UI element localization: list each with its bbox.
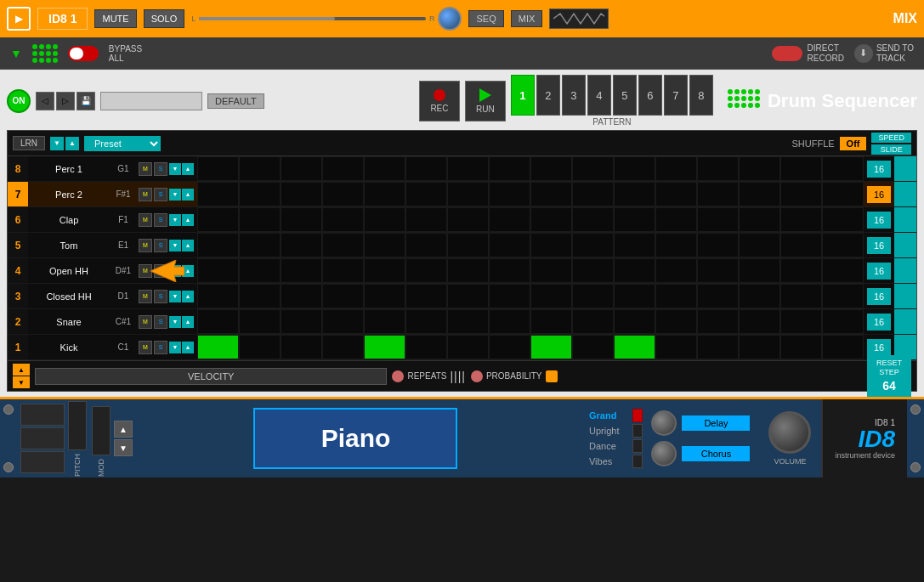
sound-dance[interactable]: Dance xyxy=(582,439,626,453)
mute-button[interactable]: MUTE xyxy=(94,9,136,28)
cell-2-8[interactable] xyxy=(530,309,572,334)
cell-8-4[interactable] xyxy=(364,156,405,181)
cell-4-8[interactable] xyxy=(530,258,572,283)
cell-8-8[interactable] xyxy=(530,156,572,181)
cell-6-9[interactable] xyxy=(572,207,614,232)
cell-7-8[interactable] xyxy=(530,182,572,206)
cell-4-10[interactable] xyxy=(614,258,655,283)
step-num-6[interactable]: 16 xyxy=(867,212,891,229)
cell-5-13[interactable] xyxy=(739,233,780,257)
pan-knob[interactable] xyxy=(438,7,462,31)
cell-7-4[interactable] xyxy=(364,182,405,206)
cell-6-6[interactable] xyxy=(447,207,489,232)
send-to-track-btn[interactable]: ⬇ SEND TO TRACK xyxy=(854,43,914,64)
solo-btn-1[interactable]: S xyxy=(154,341,167,354)
cell-1-8[interactable] xyxy=(530,335,572,359)
track-down-2[interactable]: ▼ xyxy=(169,316,181,328)
cell-3-0[interactable] xyxy=(197,284,239,308)
cell-7-5[interactable] xyxy=(405,182,447,206)
cell-8-1[interactable] xyxy=(239,156,281,181)
cell-5-4[interactable] xyxy=(364,233,405,257)
pattern-btn-3[interactable]: 3 xyxy=(562,75,586,116)
track-down-7[interactable]: ▼ xyxy=(169,189,181,201)
cell-6-12[interactable] xyxy=(697,207,739,232)
reset-step-btn[interactable]: RESET STEP 64 xyxy=(867,355,911,398)
cell-6-8[interactable] xyxy=(530,207,572,232)
cell-2-1[interactable] xyxy=(239,309,281,334)
cell-6-2[interactable] xyxy=(281,207,322,232)
cell-8-5[interactable] xyxy=(405,156,447,181)
cell-2-7[interactable] xyxy=(489,309,530,334)
cell-7-0[interactable] xyxy=(197,182,239,206)
mix-tab[interactable]: MIX xyxy=(511,10,543,27)
cell-8-14[interactable] xyxy=(780,156,822,181)
preset-dropdown[interactable]: Preset xyxy=(84,136,161,151)
cell-4-5[interactable] xyxy=(405,258,447,283)
cell-2-6[interactable] xyxy=(447,309,489,334)
cell-6-15[interactable] xyxy=(822,207,864,232)
cell-8-13[interactable] xyxy=(739,156,780,181)
cell-3-10[interactable] xyxy=(614,284,655,308)
cell-4-2[interactable] xyxy=(281,258,322,283)
cell-6-4[interactable] xyxy=(364,207,405,232)
cell-1-11[interactable] xyxy=(655,335,697,359)
volume-knob[interactable] xyxy=(768,411,811,454)
cell-8-10[interactable] xyxy=(614,156,655,181)
cell-5-2[interactable] xyxy=(281,233,322,257)
cell-3-8[interactable] xyxy=(530,284,572,308)
run-button[interactable]: RUN xyxy=(465,81,506,121)
vel-up-btn[interactable]: ▲ xyxy=(13,364,30,376)
plugin-collapse-btn[interactable]: ▼ xyxy=(10,47,22,60)
step-num-8[interactable]: 16 xyxy=(867,161,891,178)
track-down-1[interactable]: ▼ xyxy=(169,342,181,353)
cell-3-13[interactable] xyxy=(739,284,780,308)
cell-2-13[interactable] xyxy=(739,309,780,334)
cell-1-7[interactable] xyxy=(489,335,530,359)
track-up-2[interactable]: ▲ xyxy=(182,316,194,328)
cell-2-10[interactable] xyxy=(614,309,655,334)
icon-btn-1[interactable]: ◁ xyxy=(36,92,54,110)
track-up-7[interactable]: ▲ xyxy=(182,189,194,201)
pad-3[interactable] xyxy=(20,451,65,473)
cell-7-7[interactable] xyxy=(489,182,530,206)
track-down-6[interactable]: ▼ xyxy=(169,214,181,226)
cell-4-9[interactable] xyxy=(572,258,614,283)
solo-btn-5[interactable]: S xyxy=(154,239,167,252)
cell-4-0[interactable] xyxy=(197,258,239,283)
pattern-btn-8[interactable]: 8 xyxy=(689,75,713,116)
cell-6-7[interactable] xyxy=(489,207,530,232)
track-up-6[interactable]: ▲ xyxy=(182,214,194,226)
cell-1-9[interactable] xyxy=(572,335,614,359)
cell-3-11[interactable] xyxy=(655,284,697,308)
cell-4-13[interactable] xyxy=(739,258,780,283)
cell-3-12[interactable] xyxy=(697,284,739,308)
cell-5-9[interactable] xyxy=(572,233,614,257)
bypass-toggle[interactable] xyxy=(68,46,99,61)
nav-up-btn[interactable]: ▲ xyxy=(65,137,79,150)
cell-2-14[interactable] xyxy=(780,309,822,334)
cell-1-10[interactable] xyxy=(614,335,655,359)
cell-8-6[interactable] xyxy=(447,156,489,181)
sound-grand[interactable]: Grand xyxy=(582,409,626,422)
pitch-slider[interactable] xyxy=(68,401,87,450)
cell-8-12[interactable] xyxy=(697,156,739,181)
track-up-1[interactable]: ▲ xyxy=(182,342,194,353)
cell-5-7[interactable] xyxy=(489,233,530,257)
cell-2-3[interactable] xyxy=(322,309,364,334)
pattern-btn-6[interactable]: 6 xyxy=(638,75,662,116)
cell-5-12[interactable] xyxy=(697,233,739,257)
cell-5-11[interactable] xyxy=(655,233,697,257)
led-c[interactable] xyxy=(632,439,643,453)
chorus-knob[interactable] xyxy=(651,441,677,466)
delay-button[interactable]: Delay xyxy=(682,415,750,431)
cell-4-11[interactable] xyxy=(655,258,697,283)
led-a[interactable] xyxy=(632,409,643,422)
pattern-btn-5[interactable]: 5 xyxy=(613,75,637,116)
cell-2-0[interactable] xyxy=(197,309,239,334)
cell-7-2[interactable] xyxy=(281,182,322,206)
cell-2-11[interactable] xyxy=(655,309,697,334)
mute-btn-2[interactable]: M xyxy=(139,315,152,329)
cell-3-5[interactable] xyxy=(405,284,447,308)
cell-7-1[interactable] xyxy=(239,182,281,206)
cell-1-4[interactable] xyxy=(364,335,405,359)
